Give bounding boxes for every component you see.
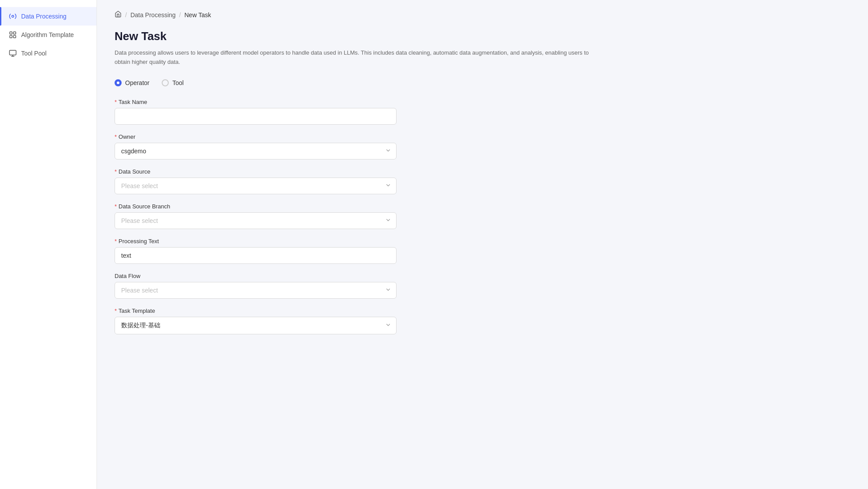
processing-text-label: * Processing Text — [115, 238, 397, 244]
chevron-down-icon — [385, 322, 391, 329]
task-template-field: * Task Template 数据处理-基础 — [115, 307, 397, 334]
breadcrumb-new-task: New Task — [185, 11, 211, 19]
radio-tool-label: Tool — [172, 79, 184, 86]
page-title: New Task — [115, 30, 850, 43]
sidebar-item-algorithm-template[interactable]: Algorithm Template — [0, 26, 96, 44]
task-template-required-mark: * — [115, 307, 117, 314]
svg-rect-4 — [14, 36, 16, 38]
task-template-label: * Task Template — [115, 307, 397, 314]
data-flow-label: Data Flow — [115, 273, 397, 279]
sidebar-item-label: Algorithm Template — [21, 31, 74, 38]
chevron-down-icon — [385, 217, 391, 224]
sidebar-item-label: Tool Pool — [21, 50, 47, 57]
svg-rect-2 — [14, 32, 16, 34]
page-description: Data processing allows users to leverage… — [115, 48, 599, 67]
task-name-input[interactable] — [115, 108, 397, 125]
breadcrumb-sep1: / — [125, 11, 127, 19]
data-source-branch-field: * Data Source Branch Please select — [115, 203, 397, 229]
data-flow-placeholder: Please select — [121, 287, 158, 294]
radio-operator[interactable]: Operator — [115, 79, 149, 86]
chevron-down-icon — [385, 286, 391, 294]
owner-select-wrapper: csgdemo — [115, 143, 397, 159]
chevron-down-icon — [385, 182, 391, 189]
algorithm-icon — [9, 31, 17, 39]
radio-tool-circle — [162, 79, 169, 86]
data-source-required-mark: * — [115, 168, 117, 175]
radio-tool[interactable]: Tool — [162, 79, 184, 86]
task-name-field: * Task Name — [115, 99, 397, 125]
data-processing-icon — [9, 12, 17, 20]
data-source-select-wrapper: Please select — [115, 178, 397, 194]
svg-rect-3 — [10, 36, 12, 38]
data-source-placeholder: Please select — [121, 182, 158, 189]
chevron-down-icon — [385, 147, 391, 155]
data-source-branch-select-wrapper: Please select — [115, 212, 397, 229]
data-flow-field: Data Flow Please select — [115, 273, 397, 299]
task-template-select[interactable]: 数据处理-基础 — [115, 317, 397, 334]
owner-label: * Owner — [115, 133, 397, 140]
processing-text-field: * Processing Text — [115, 238, 397, 264]
owner-select[interactable]: csgdemo — [115, 143, 397, 159]
sidebar-item-data-processing[interactable]: Data Processing — [0, 7, 96, 26]
data-source-branch-label: * Data Source Branch — [115, 203, 397, 210]
data-source-select[interactable]: Please select — [115, 178, 397, 194]
data-flow-select-wrapper: Please select — [115, 282, 397, 299]
processing-text-required-mark: * — [115, 238, 117, 244]
svg-point-0 — [12, 15, 14, 18]
task-type-radio-group: Operator Tool — [115, 79, 850, 86]
main-content: / Data Processing / New Task New Task Da… — [97, 0, 868, 489]
new-task-form: * Task Name * Owner csgdemo — [115, 99, 397, 334]
owner-select-value: csgdemo — [121, 148, 146, 155]
task-template-select-wrapper: 数据处理-基础 — [115, 317, 397, 334]
breadcrumb: / Data Processing / New Task — [115, 11, 850, 19]
data-source-label: * Data Source — [115, 168, 397, 175]
sidebar-item-label: Data Processing — [21, 13, 67, 20]
data-source-branch-select[interactable]: Please select — [115, 212, 397, 229]
svg-rect-1 — [10, 32, 12, 34]
data-flow-select[interactable]: Please select — [115, 282, 397, 299]
owner-field: * Owner csgdemo — [115, 133, 397, 159]
radio-operator-label: Operator — [125, 79, 149, 86]
breadcrumb-sep2: / — [179, 11, 181, 19]
task-name-label: * Task Name — [115, 99, 397, 105]
data-source-field: * Data Source Please select — [115, 168, 397, 194]
breadcrumb-data-processing[interactable]: Data Processing — [130, 11, 176, 19]
owner-required-mark: * — [115, 133, 117, 140]
home-icon[interactable] — [115, 11, 122, 19]
svg-rect-5 — [10, 50, 16, 55]
data-source-branch-placeholder: Please select — [121, 217, 158, 224]
radio-operator-circle — [115, 79, 122, 86]
processing-text-input[interactable] — [115, 247, 397, 264]
task-template-value: 数据处理-基础 — [121, 322, 160, 330]
sidebar: Data Processing Algorithm Template Tool … — [0, 0, 97, 489]
sidebar-item-tool-pool[interactable]: Tool Pool — [0, 44, 96, 63]
task-name-required-mark: * — [115, 99, 117, 105]
data-source-branch-required-mark: * — [115, 203, 117, 210]
tool-icon — [9, 49, 17, 57]
